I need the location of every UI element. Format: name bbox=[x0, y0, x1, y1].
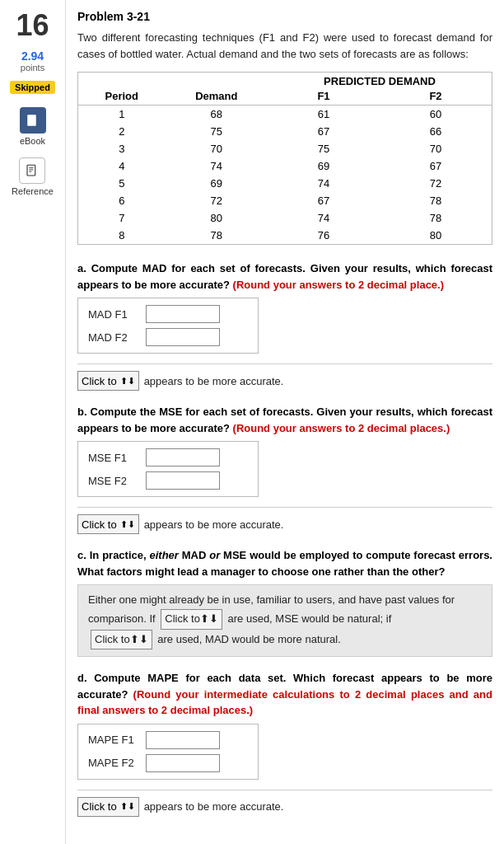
table-row: 1686160 bbox=[78, 106, 492, 124]
section-c-box-text2: are used, MSE would be natural; if bbox=[228, 612, 392, 625]
section-b-appears-text: appears to be more accurate. bbox=[144, 518, 284, 531]
section-a-dropdown[interactable]: Click to ⬆⬇ bbox=[77, 371, 139, 391]
table-cell: 78 bbox=[380, 192, 492, 209]
section-c: c. In practice, either MAD or MSE would … bbox=[77, 547, 492, 657]
table-row: 6726778 bbox=[78, 192, 492, 209]
skipped-badge: Skipped bbox=[10, 81, 55, 94]
section-d-dropdown-arrow: ⬆⬇ bbox=[120, 801, 135, 812]
table-cell: 80 bbox=[166, 209, 268, 227]
table-cell: 72 bbox=[166, 192, 268, 209]
mad-f1-label: MAD F1 bbox=[88, 308, 146, 321]
section-d-label: d. Compute MAPE for each data set. Which… bbox=[77, 670, 492, 719]
svg-rect-2 bbox=[29, 120, 34, 120]
section-d-dropdown-text: Click to bbox=[82, 800, 117, 813]
table-cell: 74 bbox=[268, 175, 380, 192]
mad-f1-input[interactable] bbox=[146, 305, 220, 323]
table-cell: 75 bbox=[166, 123, 268, 140]
mse-f1-row: MSE F1 bbox=[88, 448, 248, 467]
reference-icon bbox=[19, 157, 45, 184]
mse-f2-row: MSE F2 bbox=[88, 471, 248, 490]
problem-title: Problem 3-21 bbox=[77, 10, 492, 23]
table-cell: 80 bbox=[380, 227, 492, 244]
mape-f1-input[interactable] bbox=[146, 731, 220, 749]
section-c-dropdown1-text: Click to bbox=[165, 611, 200, 628]
section-a: a. Compute MAD for each set of forecasts… bbox=[77, 260, 492, 391]
ebook-button[interactable]: eBook bbox=[20, 107, 46, 146]
section-a-dropdown-text: Click to bbox=[82, 375, 117, 387]
mape-f2-input[interactable] bbox=[146, 754, 220, 772]
table-cell: 3 bbox=[78, 140, 166, 157]
table-cell: 74 bbox=[166, 157, 268, 175]
section-d-dropdown[interactable]: Click to ⬆⬇ bbox=[77, 797, 139, 817]
table-cell: 69 bbox=[166, 175, 268, 192]
col-header-f1: F1 bbox=[268, 87, 380, 106]
main-content: Problem 3-21 Two different forecasting t… bbox=[66, 0, 504, 844]
section-c-dropdown2[interactable]: Click to ⬆⬇ bbox=[91, 630, 152, 650]
svg-rect-6 bbox=[30, 170, 34, 171]
section-b: b. Compute the MSE for each set of forec… bbox=[77, 404, 492, 534]
svg-rect-1 bbox=[29, 117, 34, 118]
table-cell: 78 bbox=[166, 227, 268, 244]
table-cell: 67 bbox=[268, 123, 380, 140]
section-d-dropdown-row: Click to ⬆⬇ appears to be more accurate. bbox=[77, 797, 492, 817]
ebook-label: eBook bbox=[20, 136, 45, 146]
mse-f2-input[interactable] bbox=[146, 471, 220, 490]
section-d: d. Compute MAPE for each data set. Which… bbox=[77, 670, 492, 817]
mape-f2-label: MAPE F2 bbox=[88, 757, 146, 769]
section-c-gray-box: Either one might already be in use, fami… bbox=[77, 584, 492, 657]
col-header-demand: Demand bbox=[166, 87, 268, 106]
section-c-box-text3: are used, MAD would be more natural. bbox=[157, 632, 341, 645]
section-a-label: a. Compute MAD for each set of forecasts… bbox=[77, 260, 492, 293]
section-c-dropdown2-text: Click to bbox=[95, 631, 130, 649]
section-d-letter: d. bbox=[77, 672, 87, 684]
table-cell: 8 bbox=[78, 227, 166, 244]
points-value: 2.94 bbox=[21, 49, 44, 63]
table-cell: 76 bbox=[268, 227, 380, 244]
table-row: 7807478 bbox=[78, 209, 492, 227]
mape-f2-row: MAPE F2 bbox=[88, 754, 248, 772]
mad-f2-input[interactable] bbox=[146, 328, 220, 346]
table-cell: 67 bbox=[380, 157, 492, 175]
svg-rect-4 bbox=[27, 165, 35, 176]
table-cell: 4 bbox=[78, 157, 166, 175]
sidebar: 16 2.94 points Skipped eBook Reference bbox=[0, 0, 66, 844]
section-d-highlight: (Round your intermediate calculations to… bbox=[77, 688, 492, 717]
section-b-dropdown-row: Click to ⬆⬇ appears to be more accurate. bbox=[77, 514, 492, 534]
table-cell: 74 bbox=[268, 209, 380, 227]
section-d-inputs: MAPE F1 MAPE F2 bbox=[77, 724, 259, 780]
table-cell: 6 bbox=[78, 192, 166, 209]
col-header-f2: F2 bbox=[380, 87, 492, 106]
section-a-highlight: (Round your answers to 2 decimal place.) bbox=[233, 279, 444, 291]
mape-f1-row: MAPE F1 bbox=[88, 731, 248, 749]
section-b-dropdown-text: Click to bbox=[82, 518, 117, 531]
section-c-dropdown1[interactable]: Click to ⬆⬇ bbox=[161, 609, 222, 630]
table-cell: 70 bbox=[166, 140, 268, 157]
table-cell: 75 bbox=[268, 140, 380, 157]
mse-f1-input[interactable] bbox=[146, 448, 220, 467]
table-cell: 2 bbox=[78, 123, 166, 140]
table-cell: 1 bbox=[78, 106, 166, 124]
mse-f2-label: MSE F2 bbox=[88, 475, 146, 487]
section-a-inputs: MAD F1 MAD F2 bbox=[77, 298, 259, 354]
predicted-demand-header: PREDICTED DEMAND bbox=[268, 73, 492, 87]
reference-button[interactable]: Reference bbox=[12, 157, 54, 196]
table-cell: 72 bbox=[380, 175, 492, 192]
section-c-label: c. In practice, either MAD or MSE would … bbox=[77, 547, 492, 579]
table-cell: 60 bbox=[380, 106, 492, 124]
table-row: 3707570 bbox=[78, 140, 492, 157]
svg-rect-3 bbox=[29, 121, 32, 122]
table-row: 8787680 bbox=[78, 227, 492, 244]
table-cell: 70 bbox=[380, 140, 492, 157]
mad-f1-row: MAD F1 bbox=[88, 305, 248, 323]
mape-f1-label: MAPE F1 bbox=[88, 734, 146, 746]
ebook-icon bbox=[20, 107, 46, 134]
section-a-appears-text: appears to be more accurate. bbox=[144, 375, 284, 387]
col-header-period: Period bbox=[78, 87, 166, 106]
section-b-dropdown[interactable]: Click to ⬆⬇ bbox=[77, 514, 139, 534]
section-b-label: b. Compute the MSE for each set of forec… bbox=[77, 404, 492, 436]
mad-f2-row: MAD F2 bbox=[88, 328, 248, 346]
section-b-letter: b. bbox=[77, 406, 87, 418]
section-b-inputs: MSE F1 MSE F2 bbox=[77, 441, 259, 497]
svg-rect-0 bbox=[27, 115, 36, 126]
table-cell: 69 bbox=[268, 157, 380, 175]
